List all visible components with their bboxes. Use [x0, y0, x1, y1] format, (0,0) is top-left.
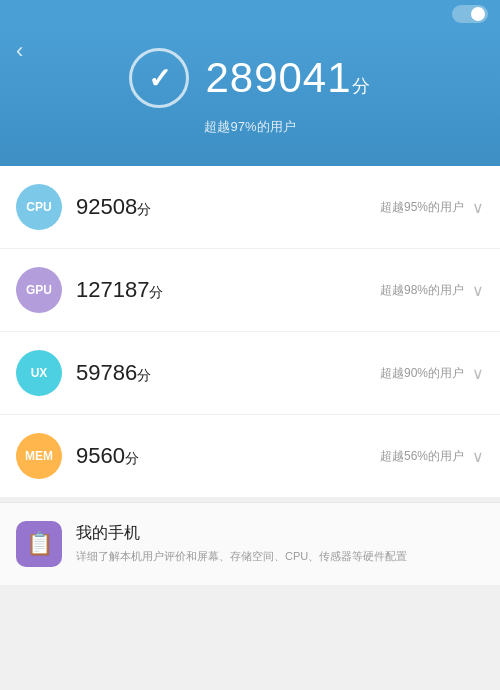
my-phone-section[interactable]: 📋 我的手机 详细了解本机用户评价和屏幕、存储空间、CPU、传感器等硬件配置 [0, 502, 500, 585]
score-list: CPU 92508分 超越95%的用户 ∨ GPU 127187分 超越98%的… [0, 166, 500, 498]
score-header: ‹ ✓ 289041分 超越97%的用户 [0, 28, 500, 166]
chevron-icon-mem: ∨ [472, 447, 484, 466]
score-unit: 分 [352, 76, 371, 96]
check-icon: ✓ [148, 62, 171, 95]
percentile-ux: 超越90%的用户 [380, 365, 464, 382]
chevron-icon-ux: ∨ [472, 364, 484, 383]
chevron-icon-cpu: ∨ [472, 198, 484, 217]
percentile-gpu: 超越98%的用户 [380, 282, 464, 299]
percentile-cpu: 超越95%的用户 [380, 199, 464, 216]
badge-gpu: GPU [16, 267, 62, 313]
theme-toggle[interactable] [452, 5, 488, 23]
badge-mem: MEM [16, 433, 62, 479]
phone-icon-symbol: 📋 [26, 531, 53, 557]
score-item-gpu[interactable]: GPU 127187分 超越98%的用户 ∨ [0, 249, 500, 332]
score-item-ux[interactable]: UX 59786分 超越90%的用户 ∨ [0, 332, 500, 415]
check-circle: ✓ [129, 48, 189, 108]
my-phone-description: 详细了解本机用户评价和屏幕、存储空间、CPU、传感器等硬件配置 [76, 548, 407, 565]
percentile-mem: 超越56%的用户 [380, 448, 464, 465]
badge-ux: UX [16, 350, 62, 396]
main-score-value: 289041 [205, 54, 351, 101]
phone-icon-badge: 📋 [16, 521, 62, 567]
back-button[interactable]: ‹ [16, 38, 23, 64]
score-item-cpu[interactable]: CPU 92508分 超越95%的用户 ∨ [0, 166, 500, 249]
score-subtitle: 超越97%的用户 [204, 118, 295, 136]
score-row: ✓ 289041分 [129, 48, 370, 108]
badge-cpu: CPU [16, 184, 62, 230]
top-bar [0, 0, 500, 28]
score-value-cpu: 92508分 [76, 194, 370, 220]
score-item-mem[interactable]: MEM 9560分 超越56%的用户 ∨ [0, 415, 500, 498]
phone-text: 我的手机 详细了解本机用户评价和屏幕、存储空间、CPU、传感器等硬件配置 [76, 523, 407, 565]
score-value-ux: 59786分 [76, 360, 370, 386]
toggle-knob [471, 7, 485, 21]
chevron-icon-gpu: ∨ [472, 281, 484, 300]
main-score-display: 289041分 [205, 54, 370, 102]
my-phone-title: 我的手机 [76, 523, 407, 544]
score-value-mem: 9560分 [76, 443, 370, 469]
score-value-gpu: 127187分 [76, 277, 370, 303]
